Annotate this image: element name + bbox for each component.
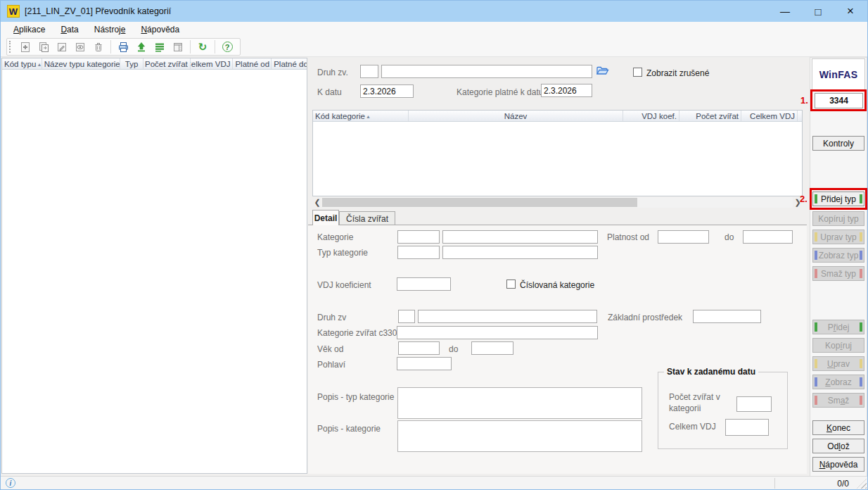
odloz-button[interactable]: Odlož (812, 439, 864, 453)
k-datu-input[interactable] (360, 84, 414, 98)
edit-pencil-icon (56, 42, 68, 53)
column-header-platne-do[interactable]: Platné do (272, 58, 307, 69)
yellow-bar-icon (860, 359, 862, 368)
vek-do-label: do (449, 344, 458, 354)
export-button[interactable] (133, 39, 150, 54)
popis-typ-textarea[interactable] (397, 387, 642, 419)
napoveda-button[interactable]: Nápověda (812, 457, 864, 472)
type-category-grid: Kód typu▲ Název typu kategorie Typ Počet… (1, 58, 307, 474)
list-button[interactable] (151, 39, 168, 54)
platnost-od-input[interactable] (658, 230, 709, 244)
vdj-koeficient-input[interactable] (397, 277, 451, 291)
menu-nastroje[interactable]: Nástroje (87, 23, 133, 36)
cislovana-kategorie-checkbox[interactable] (506, 279, 516, 289)
zobrazit-zrusene-checkbox[interactable] (633, 68, 642, 77)
kategorie-zvirat-label: Kategorie zvířat c3301 (317, 328, 402, 338)
blue-bar-icon (860, 377, 862, 387)
kategorie-zvirat-input[interactable] (397, 326, 598, 339)
toolbar-separator (190, 40, 191, 54)
column-header-kod-typu[interactable]: Kód typu▲ (2, 58, 42, 69)
tab-detail[interactable]: Detail (312, 210, 339, 225)
delete-record-button[interactable] (90, 39, 107, 54)
type-grid-body[interactable] (2, 70, 307, 473)
pohlavi-label: Pohlaví (317, 360, 345, 370)
column-header-celkem-vdj[interactable]: Celkem VDJ (741, 111, 798, 121)
vek-od-input[interactable] (398, 341, 440, 355)
category-grid-header: Kód kategorie▲ Název VDJ koef. Počet zví… (313, 111, 802, 122)
copy-record-button[interactable] (35, 39, 52, 54)
pridej-typ-button[interactable]: Přidej typ (812, 191, 864, 206)
druh-zv-lookup-button[interactable] (596, 65, 609, 79)
close-button[interactable]: × (834, 1, 867, 22)
detail-druh-zv-name-input[interactable] (418, 310, 597, 323)
toolbar-group: ↻ ? (6, 38, 241, 56)
zakladni-prostredek-input[interactable] (693, 310, 761, 323)
tab-cisla-zvirat[interactable]: Čísla zvířat (339, 211, 395, 225)
category-grid-body[interactable] (313, 122, 802, 195)
resize-grip[interactable] (857, 479, 867, 489)
menu-aplikace[interactable]: Aplikace (6, 23, 52, 36)
druh-zv-code-input[interactable] (360, 65, 378, 78)
druh-zv-name-input[interactable] (381, 65, 592, 78)
new-record-button[interactable] (17, 39, 34, 54)
column-header-vdj-koef[interactable]: VDJ koef. (623, 111, 679, 121)
uprav-button[interactable]: Uprav (812, 356, 864, 371)
green-bar-icon (815, 194, 817, 203)
view-record-button[interactable] (72, 39, 89, 54)
table-layout-button[interactable] (170, 39, 186, 54)
column-header-platne-od[interactable]: Platné od (233, 58, 272, 69)
status-bar: i 0/0 (1, 476, 867, 489)
column-header-nazev[interactable]: Název (409, 111, 623, 121)
task-number-field[interactable]: 3344 (815, 93, 863, 108)
maximize-icon: □ (815, 6, 821, 18)
kategorie-code-input[interactable] (397, 230, 440, 244)
pohlavi-input[interactable] (397, 357, 452, 370)
konec-button[interactable]: Konec (812, 420, 864, 435)
smaz-typ-button[interactable]: Smaž typ (812, 266, 864, 281)
column-header-pocet-zvirat[interactable]: Počet zvířat (143, 58, 191, 69)
vek-do-input[interactable] (471, 341, 513, 355)
maximize-button[interactable]: □ (802, 1, 834, 22)
popis-kategorie-textarea[interactable] (397, 420, 642, 452)
menu-data[interactable]: Data (53, 23, 85, 36)
scrollbar-track[interactable] (322, 197, 793, 208)
kopiruj-typ-button[interactable]: Kopíruj typ (812, 211, 864, 226)
column-header-celkem-vdj[interactable]: Celkem VDJ (191, 58, 234, 69)
red-bar-icon (860, 269, 862, 278)
column-header-typ[interactable]: Typ (120, 58, 143, 69)
typ-kategorie-code-input[interactable] (397, 246, 440, 259)
column-header-kod-kategorie[interactable]: Kód kategorie▲ (313, 111, 409, 121)
close-icon: × (847, 4, 854, 18)
stav-celkem-vdj-input[interactable] (725, 419, 769, 436)
popis-kategorie-label: Popis - kategorie (317, 424, 381, 434)
winfas-app-icon: W (7, 5, 20, 18)
zobraz-typ-button[interactable]: Zobraz typ (812, 248, 864, 263)
zobraz-button[interactable]: Zobraz (812, 375, 864, 389)
platnost-do-input[interactable] (743, 230, 793, 244)
toolbar-grip-handle[interactable] (9, 41, 13, 53)
print-button[interactable] (115, 39, 132, 54)
scroll-left-arrow[interactable]: ❮ (312, 197, 322, 208)
detail-druh-zv-code-input[interactable] (398, 310, 415, 323)
kontroly-button[interactable]: Kontroly (812, 136, 864, 151)
pocet-zvirat-kategorii-label: Počet zvířat v kategorii (669, 392, 736, 414)
trash-icon (93, 42, 104, 53)
kategorie-platne-input[interactable] (541, 84, 592, 97)
typ-kategorie-name-input[interactable] (442, 246, 598, 259)
refresh-icon: ↻ (198, 42, 208, 52)
type-grid-header: Kód typu▲ Název typu kategorie Typ Počet… (2, 58, 307, 70)
kopiruj-button[interactable]: Kopíruj (812, 338, 864, 353)
column-header-nazev-typu[interactable]: Název typu kategorie (42, 58, 120, 69)
edit-record-button[interactable] (53, 39, 70, 54)
refresh-button[interactable]: ↻ (194, 39, 211, 54)
column-header-pocet-zvirat[interactable]: Počet zvířat (679, 111, 741, 121)
pocet-zvirat-kategorii-input[interactable] (736, 396, 772, 412)
smaz-button[interactable]: Smaž (812, 393, 864, 408)
menu-napoveda[interactable]: Nápověda (134, 23, 186, 36)
kategorie-name-input[interactable] (442, 230, 598, 244)
scrollbar-thumb[interactable] (322, 198, 637, 207)
help-button[interactable]: ? (219, 39, 236, 54)
uprav-typ-button[interactable]: Uprav typ (812, 230, 864, 244)
pridej-button[interactable]: Přidej (812, 320, 864, 334)
minimize-button[interactable]: — (769, 1, 801, 22)
